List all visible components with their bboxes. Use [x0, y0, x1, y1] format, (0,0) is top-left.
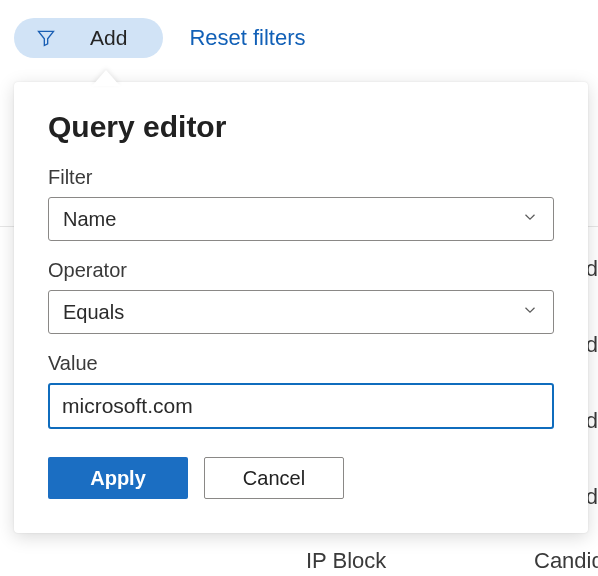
value-label: Value — [48, 352, 554, 375]
reset-filters-link[interactable]: Reset filters — [189, 25, 305, 51]
cancel-button-label: Cancel — [243, 467, 305, 490]
chevron-down-icon — [521, 301, 539, 323]
bg-ip-block: IP Block — [306, 548, 386, 574]
operator-select[interactable]: Equals — [48, 290, 554, 334]
operator-label: Operator — [48, 259, 554, 282]
cancel-button[interactable]: Cancel — [204, 457, 344, 499]
filter-select-value: Name — [63, 208, 521, 231]
operator-select-value: Equals — [63, 301, 521, 324]
add-filter-button[interactable]: Add — [14, 18, 163, 58]
value-input-wrapper — [48, 383, 554, 429]
panel-title: Query editor — [48, 110, 554, 144]
filter-toolbar: Add Reset filters — [0, 0, 598, 72]
bg-candid: Candid — [534, 548, 598, 574]
apply-button-label: Apply — [90, 467, 146, 490]
filter-icon — [36, 28, 56, 48]
filter-select[interactable]: Name — [48, 197, 554, 241]
callout-beak — [92, 70, 120, 86]
action-buttons: Apply Cancel — [48, 457, 554, 499]
query-editor-panel: Query editor Filter Name Operator Equals… — [14, 82, 588, 533]
apply-button[interactable]: Apply — [48, 457, 188, 499]
chevron-down-icon — [521, 208, 539, 230]
value-input[interactable] — [62, 394, 540, 418]
add-filter-label: Add — [90, 26, 127, 50]
filter-label: Filter — [48, 166, 554, 189]
